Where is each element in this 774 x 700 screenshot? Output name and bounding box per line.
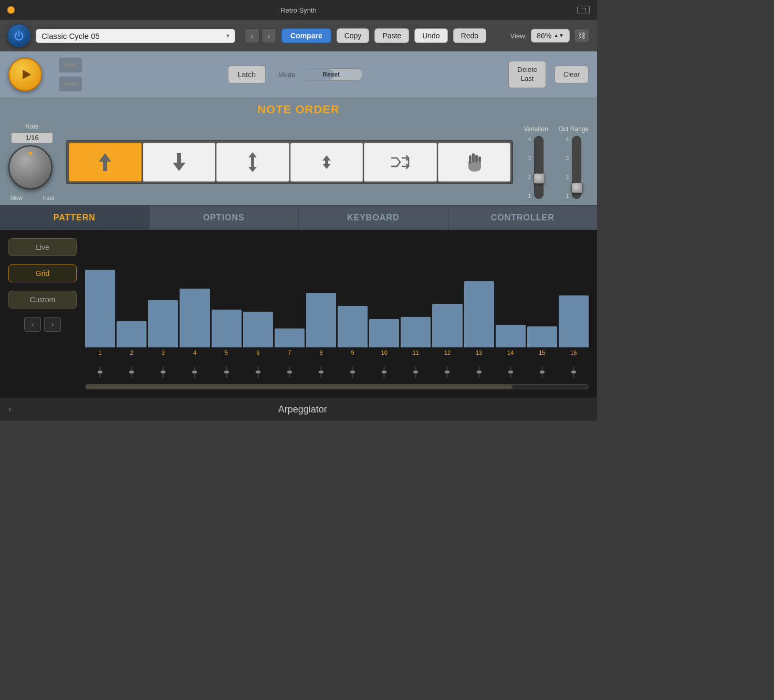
bar-col-7[interactable]: 7 [275, 238, 305, 356]
nav-prev-button[interactable]: ‹ [245, 28, 259, 43]
play-button[interactable] [8, 58, 42, 91]
mini-slider-1[interactable] [99, 366, 101, 378]
expand-button[interactable] [577, 6, 590, 14]
mini-slider-6[interactable] [257, 366, 259, 378]
note-btn-down[interactable] [143, 143, 216, 182]
bar-label-6: 6 [256, 349, 259, 356]
bar-label-1: 1 [99, 349, 102, 356]
mini-slider-5[interactable] [226, 366, 227, 378]
bottom-chevron[interactable]: › [8, 405, 11, 414]
bar-col-6[interactable]: 6 [243, 238, 273, 356]
tab-pattern[interactable]: PATTERN [0, 206, 150, 230]
mini-slider-9[interactable] [352, 366, 353, 378]
mini-slider-thumb-15 [540, 371, 545, 374]
live-button[interactable]: Live [8, 238, 77, 256]
mini-slider-4[interactable] [194, 366, 195, 378]
bar-col-14[interactable]: 14 [496, 238, 526, 356]
delete-last-button[interactable]: DeleteLast [508, 61, 546, 88]
mini-slider-8[interactable] [320, 366, 322, 378]
scrollbar-row[interactable] [85, 384, 589, 389]
mini-slider-col-9 [338, 366, 368, 378]
bar-col-1[interactable]: 1 [85, 238, 115, 356]
bar-col-8[interactable]: 8 [306, 238, 336, 356]
undo-button[interactable]: Undo [414, 28, 447, 43]
mode-slider[interactable]: Reset [300, 68, 363, 81]
tab-keyboard[interactable]: KEYBOARD [299, 206, 448, 230]
bar-col-15[interactable]: 15 [527, 238, 557, 356]
view-control: View: 86% ▲▼ ⛓ [510, 28, 590, 43]
compare-button[interactable]: Compare [281, 28, 331, 43]
pattern-nav-next[interactable]: › [44, 317, 61, 332]
rate-knob[interactable] [8, 145, 56, 193]
mini-slider-col-6 [243, 366, 273, 378]
mini-slider-12[interactable] [446, 366, 448, 378]
mini-slider-11[interactable] [415, 366, 416, 378]
knob-body[interactable] [8, 145, 53, 189]
mini-slider-3[interactable] [162, 366, 164, 378]
mini-slider-thumb-4 [192, 371, 197, 374]
note-btn-up[interactable] [69, 143, 142, 182]
oct-range-scale: 4 3 2 1 [566, 136, 569, 199]
mini-slider-15[interactable] [541, 366, 543, 378]
bar-col-5[interactable]: 5 [212, 238, 242, 356]
bottom-bar: › Arpeggiator [0, 398, 597, 421]
variation-label: Variation [524, 125, 548, 133]
mini-slider-10[interactable] [383, 366, 385, 378]
clear-button[interactable]: Clear [555, 66, 589, 84]
bar-col-11[interactable]: 11 [401, 238, 431, 356]
mini-slider-col-11 [401, 366, 431, 378]
mini-slider-16[interactable] [573, 366, 574, 378]
grid-button[interactable]: Grid [8, 264, 77, 282]
mini-slider-thumb-11 [413, 371, 418, 374]
latch-button[interactable]: Latch [228, 66, 266, 83]
oct-range-slider-track[interactable] [572, 136, 581, 199]
bar-label-9: 9 [351, 349, 354, 356]
svg-rect-11 [472, 153, 475, 163]
note-btn-up-down[interactable] [216, 143, 289, 182]
redo-button[interactable]: Redo [453, 28, 486, 43]
copy-button[interactable]: Copy [337, 28, 370, 43]
tab-controller[interactable]: CONTROLLER [448, 206, 598, 230]
note-btn-down-up[interactable] [290, 143, 363, 182]
bar-12 [432, 304, 462, 347]
bar-11 [401, 317, 431, 347]
tab-options[interactable]: OPTIONS [150, 206, 299, 230]
link-button[interactable]: ⛓ [574, 28, 590, 43]
stepper-arrows: ▲▼ [553, 33, 564, 38]
power-button[interactable] [7, 24, 30, 47]
custom-button[interactable]: Custom [8, 291, 77, 309]
preset-dropdown[interactable]: Classic Cycle 05 ▾ [36, 29, 235, 43]
mini-slider-2[interactable] [131, 366, 132, 378]
mini-slider-thumb-16 [571, 371, 576, 374]
view-stepper[interactable]: 86% ▲▼ [531, 29, 570, 43]
paste-button[interactable]: Paste [374, 28, 409, 43]
bar-15 [527, 326, 557, 347]
note-btn-manual[interactable] [438, 143, 511, 182]
bar-col-12[interactable]: 12 [432, 238, 462, 356]
nav-next-button[interactable]: › [262, 28, 276, 43]
mini-slider-13[interactable] [478, 366, 480, 378]
variation-slider-track[interactable] [534, 136, 543, 199]
rate-value[interactable]: 1/16 [11, 132, 53, 143]
bar-col-2[interactable]: 2 [117, 238, 147, 356]
bar-label-12: 12 [444, 349, 451, 356]
bar-col-3[interactable]: 3 [148, 238, 178, 356]
bar-col-9[interactable]: 9 [338, 238, 368, 356]
mode-value: Reset [300, 71, 362, 78]
note-btn-random[interactable] [364, 143, 437, 182]
mini-slider-col-12 [432, 366, 462, 378]
oct-range-slider-group: Oct Range 4 3 2 1 [559, 125, 589, 199]
mode-label: Mode [278, 71, 296, 79]
bar-col-10[interactable]: 10 [369, 238, 399, 356]
bar-7 [275, 328, 305, 347]
mini-slider-7[interactable] [289, 366, 290, 378]
mini-slider-14[interactable] [510, 366, 511, 378]
traffic-light[interactable] [7, 6, 15, 14]
bar-col-16[interactable]: 16 [559, 238, 589, 356]
pattern-nav-prev[interactable]: ‹ [24, 317, 41, 332]
bar-label-15: 15 [539, 349, 545, 356]
mode-icon-2 [59, 77, 82, 91]
bar-col-4[interactable]: 4 [180, 238, 210, 356]
note-order-controls: Rate 1/16 Slow Fast Variation 4 3 2 [8, 123, 589, 201]
bar-col-13[interactable]: 13 [464, 238, 494, 356]
